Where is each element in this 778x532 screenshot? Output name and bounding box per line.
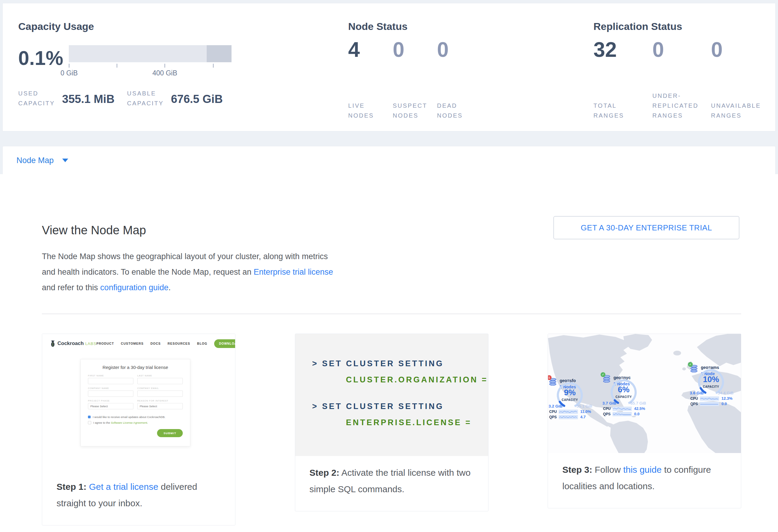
cpu-value: 11.0% — [580, 409, 591, 414]
total-ranges-label: TOTAL RANGES — [594, 101, 652, 121]
chevron-down-icon — [62, 159, 68, 162]
section-divider — [42, 314, 741, 314]
under-replicated-label: UNDER- REPLICATED RANGES — [652, 91, 711, 121]
node-map-dropdown[interactable]: Node Map — [2, 146, 776, 175]
step3-label: Step 3: — [562, 465, 592, 474]
qps-row: QPS 0.0 — [603, 412, 639, 416]
capacity-bar-dark-segment — [207, 45, 232, 62]
usable-capacity-value: 676.5 GiB — [171, 93, 223, 108]
software-license-agreement-link: Software License Agreement. — [111, 421, 148, 424]
cpu-sparkline — [559, 409, 578, 414]
used-gib: 3.6 GiB — [690, 391, 704, 395]
cluster-summary-panel: Capacity Usage 0.1% 0 GiB 400 GiB USED C… — [2, 3, 776, 131]
used-capacity-value: 355.1 MiB — [62, 93, 114, 108]
step1-caption: Step 1: Get a trial license delivered st… — [42, 470, 235, 525]
healthy-badge: ✓ — [601, 372, 605, 377]
cpu-row: CPU 42.5% — [603, 406, 645, 411]
configuration-guide-link[interactable]: configuration guide — [100, 283, 168, 292]
code-gap — [312, 384, 488, 402]
node-status-title: Node Status — [348, 21, 407, 32]
enterprise-trial-license-link[interactable]: Enterprise trial license — [254, 268, 333, 277]
total-ranges-value: 32 — [594, 39, 652, 60]
form-fields: FIRST NAME LAST NAME COMPANY NAME COMPAN… — [88, 374, 183, 412]
capacity-stats: USED CAPACITY 355.1 MiB USABLE CAPACITY … — [18, 89, 223, 108]
cpu-value: 12.3% — [721, 396, 732, 401]
sql-line-4: ENTERPRISE.LICENSE = — [312, 418, 488, 427]
intro-text: . — [168, 283, 171, 292]
used-gib: 3.2 GiB — [549, 404, 563, 408]
company-name-field: COMPANY NAME — [88, 387, 134, 397]
capacity-range: 3.7 GiB 65.7 GiB — [603, 401, 646, 405]
capacity-usage-title: Capacity Usage — [18, 21, 94, 32]
last-name-field: LAST NAME — [137, 374, 183, 384]
node-map-dropdown-label: Node Map — [16, 156, 54, 165]
capacity-tick-label-400: 400 GiB — [141, 69, 189, 77]
get-trial-license-link[interactable]: Get a trial license — [89, 482, 158, 491]
first-name-field: FIRST NAME — [88, 374, 134, 384]
qps-row: QPS 4.7 — [549, 415, 586, 419]
sql-line-1: > SET CLUSTER SETTING — [312, 359, 488, 368]
capacity-label: CAPACITY — [556, 398, 584, 401]
cluster-overview-page: Capacity Usage 0.1% 0 GiB 400 GiB USED C… — [0, 0, 778, 532]
capacity-range: 3.6 GiB 34.4 GiB — [690, 391, 733, 395]
replication-status-title: Replication Status — [594, 21, 682, 32]
dead-nodes-value: 0 — [437, 39, 449, 60]
unavailable-ranges-label: UNAVAILABLE RANGES — [711, 101, 761, 121]
step3-text: Follow — [592, 465, 623, 474]
node-map-content: View the Node Map The Node Map shows the… — [0, 174, 778, 532]
project-phase-field: PROJECT PHASE Please Select — [88, 399, 134, 409]
suspect-nodes-value: 0 — [393, 39, 437, 60]
capacity-tick-label-0: 0 GiB — [45, 69, 93, 77]
checkbox-checked-icon — [88, 415, 91, 418]
qps-value: 0.0 — [634, 412, 639, 416]
node-status-section: Node Status 4 0 0 LIVE NODES SUSPECT NOD… — [348, 3, 540, 131]
cpu-sparkline — [613, 407, 632, 411]
qps-sparkline — [559, 415, 578, 419]
step2-card: > SET CLUSTER SETTING CLUSTER.ORGANIZATI… — [295, 333, 488, 511]
capacity-percent: 0.1% — [18, 48, 63, 68]
site-header: Cockroach LABS PRODUCT CUSTOMERS DOCS RE… — [42, 334, 235, 353]
license-agreement-checkbox-row: I agree to the Software License Agreemen… — [88, 421, 183, 424]
cpu-row: CPU 12.3% — [690, 396, 732, 401]
cpu-sparkline — [700, 396, 719, 401]
logo-text: Cockroach — [58, 340, 84, 347]
trial-registration-form: Register for a 30-day trial license FIRS… — [80, 359, 190, 446]
node-status-labels: LIVE NODES SUSPECT NODES DEAD NODES — [348, 91, 463, 121]
form-title: Register for a 30-day trial license — [88, 365, 183, 370]
total-gib: 34.4 GiB — [718, 391, 733, 395]
used-gib: 3.7 GiB — [603, 401, 617, 405]
checkbox-label: I would like to receive email updates ab… — [93, 415, 165, 419]
step1-card: Cockroach LABS PRODUCT CUSTOMERS DOCS RE… — [42, 333, 235, 525]
intro-text: and refer to this — [42, 283, 100, 292]
capacity-label: CAPACITY — [610, 395, 638, 398]
this-guide-link[interactable]: this guide — [623, 465, 662, 474]
qps-sparkline — [613, 412, 632, 416]
capacity-tick — [116, 64, 117, 68]
unavailable-ranges-value: 0 — [711, 39, 723, 60]
checkbox-empty-icon — [88, 421, 91, 424]
nav-item-blog: BLOG — [197, 342, 207, 345]
submit-button-image: SUBMIT — [157, 429, 183, 437]
checkbox-label: I agree to the Software License Agreemen… — [93, 421, 148, 424]
usable-capacity-label: USABLE CAPACITY — [127, 89, 164, 108]
step2-label: Step 2: — [310, 468, 339, 477]
total-gib: 65.7 GiB — [630, 401, 646, 405]
qps-sparkline — [700, 402, 719, 406]
capacity-percent: 6% — [610, 385, 638, 394]
sql-line-3: > SET CLUSTER SETTING — [312, 402, 488, 411]
capacity-tick — [213, 64, 214, 68]
live-nodes-label: LIVE NODES — [348, 101, 393, 121]
enterprise-trial-button[interactable]: GET A 30-DAY ENTERPRISE TRIAL — [553, 216, 740, 239]
cpu-value: 42.5% — [634, 406, 645, 411]
node-status-values: 4 0 0 — [348, 39, 449, 60]
company-email-field: COMPANY EMAIL — [137, 387, 183, 397]
capacity-bar — [69, 45, 232, 62]
overview-background: Capacity Usage 0.1% 0 GiB 400 GiB USED C… — [0, 0, 778, 174]
under-replicated-value: 0 — [652, 39, 711, 60]
page-title: View the Node Map — [42, 224, 146, 237]
step2-caption: Step 2: Activate the trial license with … — [295, 456, 488, 511]
nav-item-docs: DOCS — [150, 342, 161, 345]
reason-for-interest-field: REASON FOR INTEREST Please Select — [137, 399, 183, 409]
registration-site-screenshot: Cockroach LABS PRODUCT CUSTOMERS DOCS RE… — [42, 334, 235, 470]
intro-paragraph: The Node Map shows the geographical layo… — [42, 249, 333, 295]
